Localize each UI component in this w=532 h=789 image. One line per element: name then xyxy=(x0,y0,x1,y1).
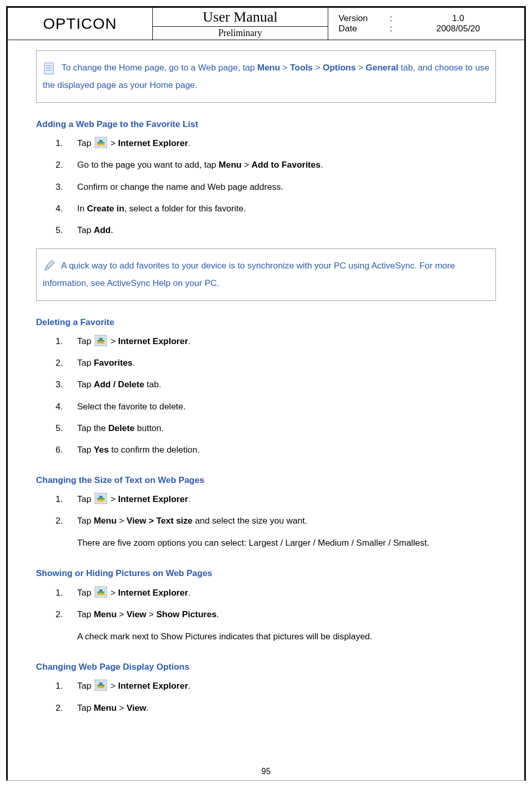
content-area: To change the Home page, go to a Web pag… xyxy=(8,40,524,716)
subtitle-cell: Preliminary xyxy=(152,27,328,40)
svg-rect-11 xyxy=(99,338,102,340)
svg-rect-15 xyxy=(99,496,102,498)
list-item: 3.Tap Add / Delete tab. xyxy=(56,376,496,393)
note-box-homepage: To change the Home page, go to a Web pag… xyxy=(36,50,496,103)
svg-rect-0 xyxy=(44,63,53,74)
steps-adding-favorite: 1.Tap > Internet Explorer. 2.Go to the p… xyxy=(36,135,496,239)
date-row: Date : 2008/05/20 xyxy=(339,24,519,34)
start-icon xyxy=(95,679,107,691)
heading-adding-favorite: Adding a Web Page to the Favorite List xyxy=(36,117,496,131)
text-size-note: There are five zoom options you can sele… xyxy=(36,534,496,552)
list-item: 4.In Create in, select a folder for this… xyxy=(56,201,496,217)
list-item: 4.Select the favorite to delete. xyxy=(56,399,496,415)
svg-rect-13 xyxy=(97,499,104,501)
svg-rect-5 xyxy=(97,144,104,146)
title-cell: User Manual xyxy=(152,8,328,27)
svg-rect-14 xyxy=(97,498,104,499)
colon: : xyxy=(385,13,397,24)
steps-deleting-favorite: 1.Tap > Internet Explorer. 2.Tap Favorit… xyxy=(36,333,496,459)
title-text: User Manual xyxy=(203,9,277,25)
svg-rect-21 xyxy=(97,686,104,688)
list-item: 2.Go to the page you want to add, tap Me… xyxy=(56,157,496,173)
start-icon xyxy=(95,493,107,504)
show-pictures-note: A check mark next to Show Pictures indic… xyxy=(36,628,496,645)
note-box-activesync: A quick way to add favorites to your dev… xyxy=(36,248,496,301)
start-icon xyxy=(95,335,107,346)
list-item: 2.Tap Menu > View > Show Pictures. xyxy=(56,606,496,623)
steps-text-size: 1.Tap > Internet Explorer. 2.Tap Menu > … xyxy=(36,491,496,530)
list-item: 5.Tap the Delete button. xyxy=(56,420,496,437)
heading-text-size: Changing the Size of Text on Web Pages xyxy=(36,473,496,487)
svg-rect-6 xyxy=(97,142,104,144)
svg-rect-10 xyxy=(97,340,104,342)
info-cell: Version : 1.0 Date : 2008/05/20 xyxy=(328,8,524,40)
page-number: 95 xyxy=(8,767,524,776)
heading-deleting-favorite: Deleting a Favorite xyxy=(36,315,496,329)
brand-cell: OPTICON xyxy=(8,8,152,40)
list-item: 2.Tap Menu > View. xyxy=(56,700,496,716)
subtitle-text: Preliminary xyxy=(218,28,262,38)
list-item: 5.Tap Add. xyxy=(56,222,496,239)
list-item: 6.Tap Yes to confirm the deletion. xyxy=(56,442,496,458)
svg-rect-23 xyxy=(99,683,102,685)
heading-display-options: Changing Web Page Display Options xyxy=(36,660,496,674)
list-item: 1.Tap > Internet Explorer. xyxy=(56,135,496,152)
heading-show-pictures: Showing or Hiding Pictures on Web Pages xyxy=(36,566,496,580)
version-value: 1.0 xyxy=(397,13,519,24)
pencil-icon xyxy=(43,259,56,273)
svg-rect-17 xyxy=(97,593,104,595)
list-item: 1.Tap > Internet Explorer. xyxy=(56,678,496,694)
list-item: 2.Tap Favorites. xyxy=(56,355,496,371)
list-item: 1.Tap > Internet Explorer. xyxy=(56,333,496,350)
start-icon xyxy=(95,137,107,148)
list-item: 3.Confirm or change the name and Web pag… xyxy=(56,179,496,195)
page-container: OPTICON User Manual Version : 1.0 Date :… xyxy=(6,6,526,781)
svg-rect-18 xyxy=(97,591,104,593)
svg-rect-19 xyxy=(99,589,102,591)
steps-show-pictures: 1.Tap > Internet Explorer. 2.Tap Menu > … xyxy=(36,585,496,623)
header-table: OPTICON User Manual Version : 1.0 Date :… xyxy=(8,8,524,40)
svg-rect-22 xyxy=(97,685,104,686)
colon: : xyxy=(385,24,397,34)
svg-rect-7 xyxy=(99,140,102,142)
svg-rect-9 xyxy=(97,342,104,344)
document-icon xyxy=(43,62,56,75)
steps-display-options: 1.Tap > Internet Explorer. 2.Tap Menu > … xyxy=(36,678,496,716)
date-value: 2008/05/20 xyxy=(397,24,519,34)
note2-text: A quick way to add favorites to your dev… xyxy=(43,261,455,288)
start-icon xyxy=(95,586,107,598)
version-row: Version : 1.0 xyxy=(339,13,519,24)
note1-text: To change the Home page, go to a Web pag… xyxy=(43,63,489,90)
list-item: 2.Tap Menu > View > Text size and select… xyxy=(56,513,496,529)
brand-text: OPTICON xyxy=(43,15,117,32)
date-label: Date xyxy=(339,24,385,34)
list-item: 1.Tap > Internet Explorer. xyxy=(56,585,496,601)
version-label: Version xyxy=(339,13,385,24)
list-item: 1.Tap > Internet Explorer. xyxy=(56,491,496,508)
